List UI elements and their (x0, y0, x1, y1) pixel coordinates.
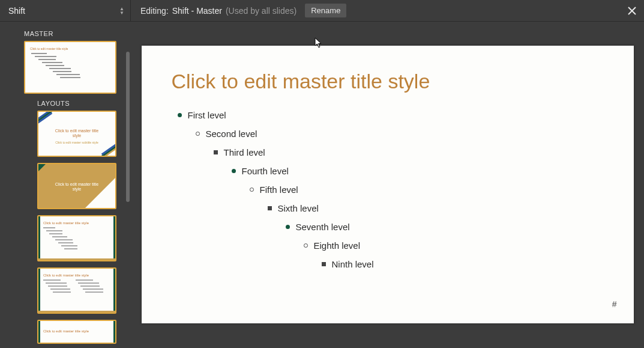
level-text: Third level (224, 147, 265, 157)
scrollbar[interactable] (126, 52, 130, 202)
layout-thumbnail-3[interactable]: Click to edit master title style (37, 215, 116, 261)
editing-usage: (Used by all slides) (226, 6, 296, 16)
thumb-title: Click to edit master title style (43, 221, 89, 225)
level-text: First level (188, 110, 226, 120)
main: MASTER Click to edit master title style … (0, 22, 644, 348)
level-text: Ninth level (332, 259, 374, 269)
master-thumbnail[interactable]: Click to edit master title style (24, 41, 116, 94)
level-text: Eighth level (314, 240, 361, 251)
theme-dropdown[interactable]: Shift ▲▼ (0, 0, 131, 21)
bullet-disc-icon (286, 225, 290, 229)
thumb-title: Click to edit master title style (43, 273, 89, 277)
rename-button[interactable]: Rename (305, 4, 346, 17)
bullet-disc-icon (232, 169, 236, 173)
layout-thumbnail-2[interactable]: Click to edit master title style (37, 163, 116, 209)
theme-name: Shift (8, 6, 25, 16)
sidebar: MASTER Click to edit master title style … (0, 22, 131, 348)
layout-thumbnail-1[interactable]: Click to edit master title style Click t… (37, 111, 116, 157)
topbar: Shift ▲▼ Editing: Shift - Master (Used b… (0, 0, 644, 22)
bullet-circle-icon (250, 188, 254, 192)
thumb-title: Click to edit master title style (43, 329, 89, 333)
layout-thumbnail-5[interactable]: Click to edit master title style (37, 320, 116, 344)
master-heading: MASTER (0, 30, 131, 37)
editing-name: Shift - Master (172, 6, 222, 16)
level-text: Seventh level (296, 222, 350, 232)
thumb-body-lines (43, 227, 110, 251)
thumb-subtitle: Click to edit master subtitle style (38, 141, 115, 144)
canvas: Click to edit master title style First l… (131, 22, 644, 348)
layouts-heading: LAYOUTS (0, 100, 131, 107)
editing-info: Editing: Shift - Master (Used by all sli… (131, 4, 620, 17)
bullet-circle-icon (196, 132, 200, 136)
close-icon (627, 6, 637, 16)
thumb-title: Click to edit master title style (30, 47, 68, 50)
thumb-body-lines (31, 53, 109, 80)
bullet-circle-icon (304, 243, 308, 248)
bullet-square-icon (322, 262, 326, 266)
page-number-placeholder[interactable]: # (612, 299, 617, 309)
thumb-title: Click to edit master title style (38, 129, 115, 138)
master-title-placeholder[interactable]: Click to edit master title style (172, 70, 604, 93)
level-text: Fifth level (260, 185, 298, 195)
editing-prefix: Editing: (140, 6, 169, 16)
bullet-square-icon (214, 150, 218, 154)
close-button[interactable] (620, 0, 644, 21)
master-body-placeholder[interactable]: First level Second level Third level Fou… (172, 110, 604, 269)
master-slide[interactable]: Click to edit master title style First l… (142, 46, 634, 323)
level-text: Sixth level (278, 203, 319, 213)
chevron-updown-icon: ▲▼ (119, 7, 124, 15)
bullet-disc-icon (178, 113, 182, 117)
level-text: Fourth level (242, 166, 289, 176)
layout-thumbnail-4[interactable]: Click to edit master title style (37, 267, 116, 314)
bullet-square-icon (268, 206, 272, 210)
level-text: Second level (206, 129, 257, 139)
